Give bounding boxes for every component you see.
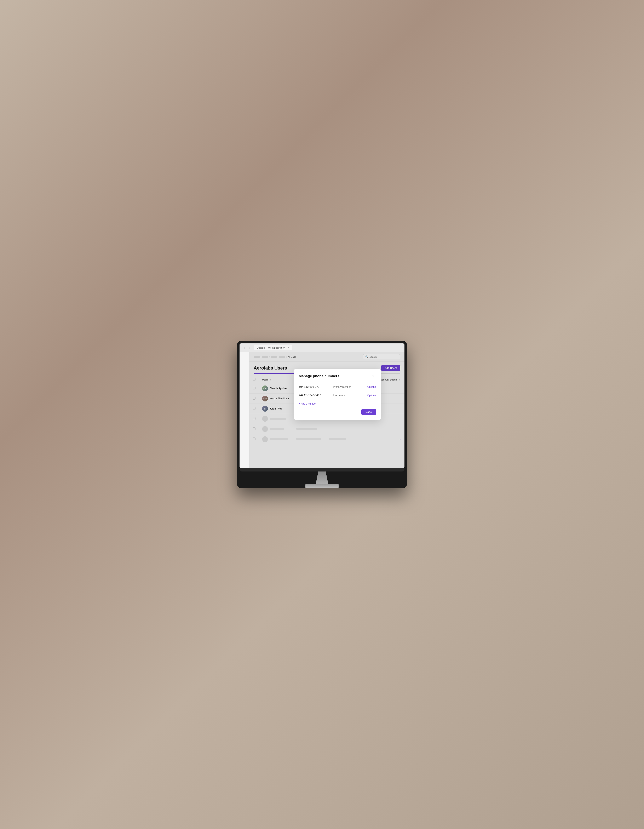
modal-header: Manage phone numbers × [299, 374, 376, 379]
tab-title: Dialpad — Work Beautifully [257, 347, 285, 349]
modal-close-button[interactable]: × [371, 374, 376, 379]
phone-row: +94 112-693-072 Primary number Options [299, 383, 376, 391]
monitor-frame: ‹ › Dialpad — Work Beautifully ↺ / / [237, 341, 407, 488]
phone-options-link[interactable]: Options [367, 386, 376, 388]
monitor-stand-wrap [239, 471, 405, 488]
modal-title: Manage phone numbers [299, 374, 339, 378]
phone-type: Fax number [333, 394, 367, 397]
modal-overlay: Manage phone numbers × +94 112-693-072 P… [249, 352, 405, 468]
phone-row: +44 207-242-0467 Fax number Options [299, 391, 376, 399]
monitor-screen: ‹ › Dialpad — Work Beautifully ↺ / / [239, 344, 405, 468]
nav-forward-button[interactable]: › [248, 346, 252, 350]
browser-tab[interactable]: Dialpad — Work Beautifully ↺ [254, 345, 292, 350]
stand-base [305, 484, 339, 488]
phone-options-link[interactable]: Options [367, 394, 376, 397]
stand-neck [316, 471, 328, 484]
reload-icon[interactable]: ↺ [287, 346, 289, 349]
sidebar [239, 352, 249, 468]
browser-chrome: ‹ › Dialpad — Work Beautifully ↺ [239, 344, 405, 352]
modal-footer: Done [299, 407, 376, 415]
done-button[interactable]: Done [361, 409, 376, 415]
app-layout: / / / / All Calls 🔍 [239, 352, 405, 468]
add-number-button[interactable]: + Add a number [299, 399, 316, 407]
monitor-chin [239, 468, 405, 471]
modal: Manage phone numbers × +94 112-693-072 P… [294, 369, 381, 420]
phone-number: +44 207-242-0467 [299, 394, 333, 397]
nav-back-button[interactable]: ‹ [242, 346, 246, 350]
phone-number: +94 112-693-072 [299, 385, 333, 388]
main-content: / / / / All Calls 🔍 [249, 352, 405, 468]
phone-type: Primary number [333, 386, 367, 388]
